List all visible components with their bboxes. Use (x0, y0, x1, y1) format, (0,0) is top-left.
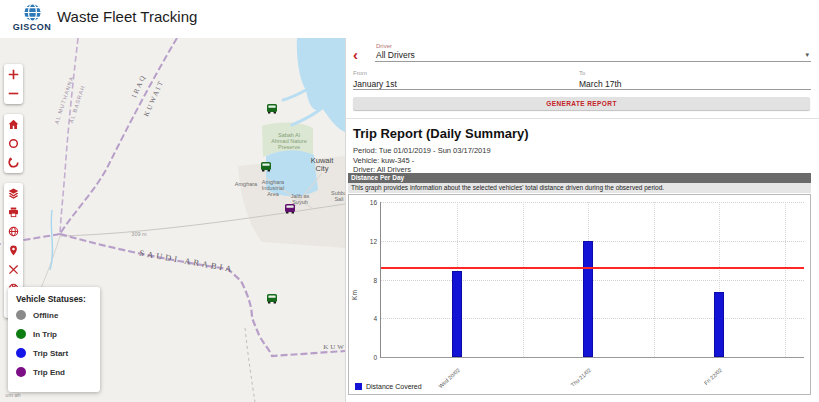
home-button[interactable] (4, 115, 23, 134)
chart-plot-area: 0481216Wed 20/02Thu 21/02Fri 22/02 (380, 202, 804, 358)
toolbar-group (4, 64, 23, 104)
x-axis-label: Fri 22/02 (694, 367, 723, 394)
report-panel: ‹ Driver All Drivers ▾ From January 1st … (345, 38, 819, 402)
status-legend-item[interactable]: Trip Start (16, 348, 92, 358)
driver-field-label: Driver (376, 43, 392, 49)
driver-select[interactable]: All Drivers (376, 50, 415, 60)
y-gridline (381, 202, 804, 203)
basemap-button[interactable] (4, 222, 23, 241)
vehicle-statuses-legend: Vehicle Statuses: OfflineIn TripTrip Sta… (8, 287, 100, 392)
x-gridline (785, 202, 786, 357)
average-line (381, 267, 804, 269)
logo-text: GISCON (8, 23, 56, 32)
x-axis-label: Wed 20/02 (432, 367, 461, 394)
truck-icon (266, 104, 278, 115)
from-date-input[interactable]: January 1st (353, 79, 397, 89)
from-field-label: From (353, 70, 367, 76)
truck-icon (260, 162, 272, 173)
to-field-label: To (579, 70, 585, 76)
toolbar-group (4, 114, 23, 173)
distance-per-day-chart: Km 0481216Wed 20/02Thu 21/02Fri 22/02 Di… (348, 194, 811, 395)
x-axis-label: Thu 21/02 (563, 367, 592, 394)
tools-icon (8, 264, 19, 275)
status-label: Offline (33, 311, 58, 320)
report-period: Period: Tue 01/01/2019 - Sun 03/17/2019 (353, 146, 491, 156)
status-dot (16, 329, 26, 339)
vehicle-marker-in-trip[interactable] (266, 101, 278, 112)
generate-report-button[interactable]: GENERATE REPORT (353, 97, 810, 110)
giscon-logo: GISCON (8, 2, 56, 36)
report-vehicle: Vehicle: kuw-345 - (353, 156, 491, 166)
distance-bar (583, 241, 593, 357)
status-label: In Trip (33, 330, 57, 339)
status-dot (16, 310, 26, 320)
x-gridline (523, 202, 524, 357)
vehicle-statuses-title: Vehicle Statuses: (16, 294, 92, 304)
extent-button[interactable] (4, 134, 23, 153)
map-canvas[interactable]: AL MUTHANNAAL BASRAHIRAQKUWAITSAUDI ARAB… (0, 38, 345, 402)
y-tick-label: 8 (358, 277, 377, 284)
zoom-out-button[interactable] (4, 84, 23, 103)
truck-icon (284, 204, 296, 215)
status-legend-item[interactable]: Offline (16, 310, 92, 320)
plus-icon (8, 69, 19, 80)
app-header: GISCON Waste Fleet Tracking (0, 0, 819, 39)
report-info: Period: Tue 01/01/2019 - Sun 03/17/2019 … (353, 146, 491, 175)
report-title: Trip Report (Daily Summary) (353, 126, 529, 141)
bay-water (266, 150, 318, 196)
globe-icon (8, 226, 19, 237)
back-button[interactable]: ‹ (353, 47, 358, 62)
distance-bar (714, 292, 724, 357)
circle-icon (8, 138, 19, 149)
minus-icon (8, 88, 19, 99)
print-button[interactable] (4, 203, 23, 222)
truck-icon (266, 294, 278, 305)
legend-swatch (355, 383, 362, 390)
globe-logo-icon (22, 2, 43, 23)
y-tick-label: 12 (358, 238, 377, 245)
status-dot (16, 348, 26, 358)
y-axis-label: Km (351, 290, 358, 300)
vehicle-marker-in-trip[interactable] (266, 291, 278, 302)
vehicle-marker-in-trip[interactable] (260, 159, 272, 170)
printer-icon (8, 207, 19, 218)
x-gridline (654, 202, 655, 357)
chart-section-description: This graph provides information about th… (348, 183, 811, 193)
status-legend-item[interactable]: In Trip (16, 329, 92, 339)
refresh-icon (8, 157, 19, 168)
to-date-input[interactable]: March 17th (579, 79, 622, 89)
legend-label: Distance Covered (366, 383, 422, 390)
layers-button[interactable] (4, 184, 23, 203)
status-label: Trip Start (33, 349, 68, 358)
zoom-in-button[interactable] (4, 65, 23, 84)
chevron-down-icon[interactable]: ▾ (805, 51, 809, 59)
y-tick-label: 4 (358, 315, 377, 322)
layers-icon (8, 188, 19, 199)
status-dot (16, 367, 26, 377)
status-legend-item[interactable]: Trip End (16, 367, 92, 377)
chart-section-header: Distance Per Day (348, 173, 811, 183)
status-label: Trip End (33, 368, 65, 377)
y-tick-label: 16 (358, 199, 377, 206)
page-title: Waste Fleet Tracking (57, 8, 197, 25)
distance-bar (452, 271, 462, 357)
chart-legend: Distance Covered (355, 383, 422, 390)
home-icon (8, 119, 19, 130)
measure-button[interactable] (4, 260, 23, 279)
filter-section: ‹ Driver All Drivers ▾ From January 1st … (346, 38, 819, 119)
pin-icon (8, 245, 19, 256)
refresh-button[interactable] (4, 153, 23, 172)
y-tick-label: 0 (358, 354, 377, 361)
locate-button[interactable] (4, 241, 23, 260)
vehicle-marker-trip-end[interactable] (284, 201, 296, 212)
